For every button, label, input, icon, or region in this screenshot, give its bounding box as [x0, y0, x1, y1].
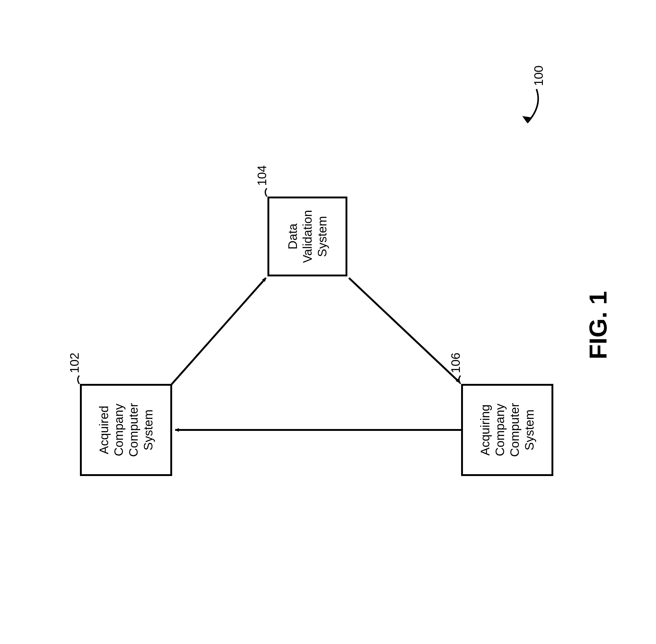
node-acquired: Acquired Company Computer System [80, 384, 172, 476]
ref-104: 104 [255, 165, 269, 186]
ref-106: 106 [449, 352, 463, 373]
arrows-layer [0, 0, 656, 644]
ref-102: 102 [68, 352, 82, 373]
arrow-acquired-to-validation [171, 278, 266, 385]
ref-100: 100 [532, 65, 546, 86]
leader-104 [265, 188, 267, 197]
node-validation: Data Validation System [267, 197, 347, 276]
figure-title: FIG. 1 [584, 291, 612, 359]
node-acquiring: Acquiring Company Computer System [461, 384, 553, 476]
arrow-validation-to-acquiring [349, 278, 460, 382]
leader-106 [459, 375, 460, 384]
leader-102 [78, 375, 79, 384]
node-acquiring-label: Acquiring Company Computer System [478, 389, 537, 471]
diagram-stage: Acquired Company Computer System 102 Dat… [0, 0, 656, 644]
node-acquired-label: Acquired Company Computer System [96, 389, 156, 471]
node-validation-label: Data Validation System [285, 202, 330, 272]
